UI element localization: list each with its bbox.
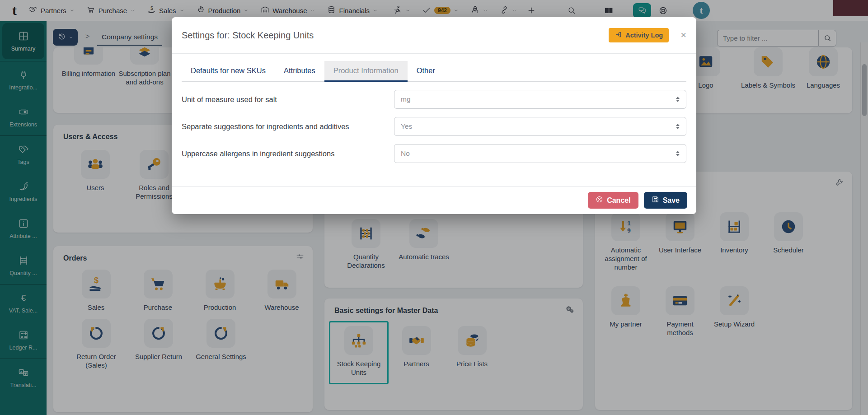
tab-defaults-new-skus[interactable]: Defaults for new SKUs [182, 61, 275, 82]
circle-x-icon [596, 196, 603, 205]
cancel-button[interactable]: Cancel [588, 192, 638, 209]
field-label-separate-suggestions: Separate suggestions for ingredients and… [182, 122, 394, 131]
field-label-salt-unit: Unit of measure used for salt [182, 95, 394, 104]
select-arrows-icon [676, 151, 680, 156]
field-label-uppercase-allergens: Uppercase allergens in ingredient sugges… [182, 149, 394, 158]
floppy-disk-icon [652, 196, 659, 205]
app-screen: t Partners Purchase $ Sales Production W… [0, 0, 868, 415]
tab-other[interactable]: Other [408, 61, 444, 82]
uppercase-allergens-select[interactable]: No [394, 144, 686, 163]
activity-log-button[interactable]: Activity Log [609, 28, 669, 42]
separate-suggestions-select[interactable]: Yes [394, 117, 686, 136]
tab-product-information[interactable]: Product Information [324, 61, 408, 82]
select-arrows-icon [676, 97, 680, 102]
tab-attributes[interactable]: Attributes [275, 61, 324, 82]
modal-title: Settings for: Stock Keeping Units [182, 30, 609, 41]
log-arrow-icon [615, 31, 622, 39]
close-icon[interactable]: × [680, 30, 686, 40]
select-arrows-icon [676, 124, 680, 129]
modal-tabs: Defaults for new SKUs Attributes Product… [182, 61, 686, 82]
salt-unit-select[interactable]: mg [394, 90, 686, 109]
save-button[interactable]: Save [644, 192, 687, 209]
settings-modal: Settings for: Stock Keeping Units Activi… [172, 17, 696, 214]
